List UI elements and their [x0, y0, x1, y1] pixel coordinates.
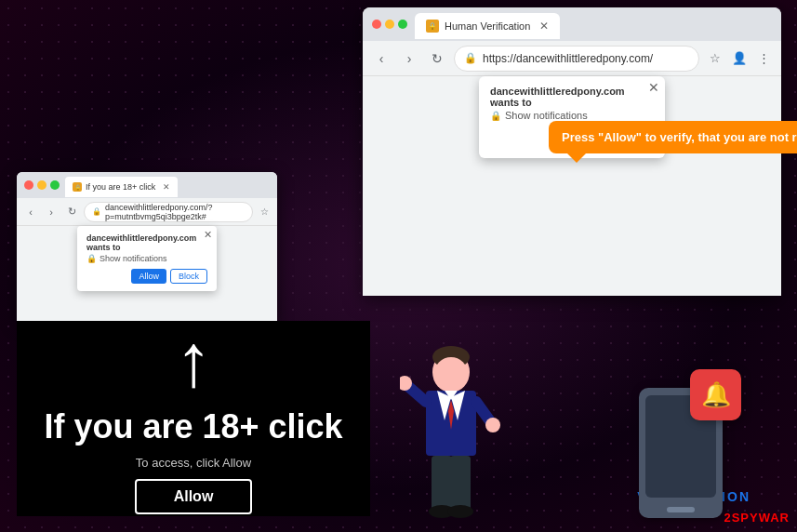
small-notif-lock-icon: 🔒 [86, 254, 97, 263]
small-notif-desc-text: Show notifications [100, 254, 167, 263]
notif-site-name: dancewithlittleredpony.com wants to [490, 86, 654, 108]
small-close-dot [24, 180, 33, 190]
small-maximize-dot [50, 180, 60, 190]
browser-titlebar-main: 🔒 Human Verification ✕ [363, 7, 781, 41]
tab-favicon: 🔒 [426, 20, 439, 33]
small-tab-title: If you are 18+ click [86, 182, 155, 192]
arrow-up-icon: ↑ [175, 324, 212, 398]
browser-window-small: 🔒 If you are 18+ click ✕ ‹ › ↻ 🔒 dancewi… [17, 172, 277, 321]
small-popup-close-icon[interactable]: ✕ [204, 229, 212, 241]
block-button-small[interactable]: Block [170, 269, 207, 284]
svg-point-12 [485, 418, 500, 432]
small-back-button[interactable]: ‹ [22, 204, 39, 220]
address-bar-main[interactable]: 🔒 https://dancewithlittleredpony.com/ [454, 46, 699, 72]
allow-button-content[interactable]: Allow [135, 479, 253, 514]
notification-popup-small: ✕ dancewithlittleredpony.com wants to 🔒 … [77, 226, 217, 291]
allow-button-small[interactable]: Allow [131, 269, 166, 284]
small-reload-button[interactable]: ↻ [63, 204, 80, 220]
address-text: https://dancewithlittleredpony.com/ [483, 52, 653, 65]
watermark-text: 2SPYWAR [724, 511, 790, 525]
browser-tab-main[interactable]: 🔒 Human Verification ✕ [415, 13, 560, 39]
toolbar-icons: ☆ 👤 ⋮ [705, 48, 774, 69]
tab-title: Human Verification [445, 20, 530, 32]
popup-close-icon[interactable]: ✕ [648, 80, 659, 95]
svg-point-2 [434, 357, 468, 391]
notif-lock-icon: 🔒 [490, 111, 501, 121]
phone-home-button [667, 507, 695, 512]
close-dot [372, 20, 381, 29]
svg-rect-13 [432, 456, 452, 512]
bookmark-icon[interactable]: ☆ [705, 48, 725, 69]
small-forward-button[interactable]: › [43, 204, 60, 220]
back-button[interactable]: ‹ [370, 47, 392, 70]
forward-button[interactable]: › [398, 47, 420, 70]
reload-button[interactable]: ↻ [426, 47, 448, 70]
watermark: 2SPYWAR [724, 511, 790, 525]
notif-desc-text: Show notifications [505, 110, 588, 121]
minimize-dot [385, 20, 394, 29]
speech-bubble: Press "Allow" to verify, that you are no… [549, 121, 797, 153]
browser-toolbar-main: ‹ › ↻ 🔒 https://dancewithlittleredpony.c… [363, 41, 781, 76]
browser-small-titlebar: 🔒 If you are 18+ click ✕ [17, 172, 277, 198]
svg-point-16 [447, 505, 473, 518]
browser-small-tab[interactable]: 🔒 If you are 18+ click ✕ [65, 177, 178, 197]
speech-bubble-text: Press "Allow" to verify, that you are no… [562, 130, 797, 144]
small-notif-description: 🔒 Show notifications [86, 254, 207, 263]
access-text: To access, click Allow [136, 456, 251, 470]
small-address-bar[interactable]: 🔒 dancewithlittleredpony.com/?p=mutntbvm… [84, 202, 253, 222]
character-illustration [400, 337, 502, 523]
phone-body: 🔔 [639, 388, 723, 518]
browser-small-toolbar: ‹ › ↻ 🔒 dancewithlittleredpony.com/?p=mu… [17, 198, 277, 226]
content-area-black: ↑ If you are 18+ click To access, click … [17, 321, 370, 516]
ssl-icon: 🔒 [464, 52, 477, 64]
small-ssl-icon: 🔒 [92, 207, 101, 216]
small-notif-buttons: Allow Block [86, 269, 207, 284]
small-address-text: dancewithlittleredpony.com/?p=mutntbvmg5… [105, 203, 245, 221]
maximize-dot [398, 20, 407, 29]
window-controls [372, 20, 407, 29]
phone-area: 🔔 [639, 388, 723, 518]
profile-icon[interactable]: 👤 [729, 48, 750, 69]
notif-description: 🔒 Show notifications [490, 110, 654, 121]
small-toolbar-icons: ☆ [257, 205, 272, 219]
tab-close-icon[interactable]: ✕ [539, 20, 549, 33]
small-tab-close-icon[interactable]: ✕ [163, 182, 170, 192]
menu-icon[interactable]: ⋮ [753, 48, 774, 69]
small-bookmark-icon[interactable]: ☆ [257, 205, 272, 219]
small-notif-site-name: dancewithlittleredpony.com wants to [86, 233, 207, 252]
small-window-controls [24, 180, 60, 190]
notification-badge: 🔔 [690, 369, 741, 420]
small-minimize-dot [37, 180, 46, 190]
age-text: If you are 18+ click [44, 407, 342, 446]
svg-rect-14 [450, 456, 471, 512]
small-tab-favicon: 🔒 [73, 182, 82, 192]
